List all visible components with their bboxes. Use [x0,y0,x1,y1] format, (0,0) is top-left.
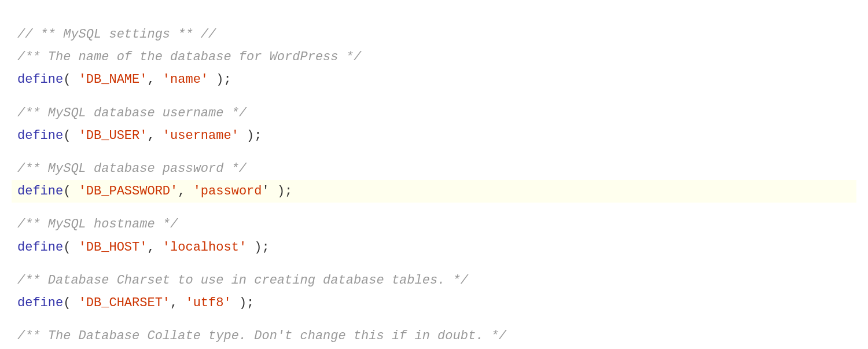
line-comment-mysql-settings: // ** MySQL settings ** // [12,23,856,46]
line-define-db-user: define( 'DB_USER', 'username' ); [12,124,856,147]
line-comment-db-collate: /** The Database Collate type. Don't cha… [12,325,856,347]
gap-2 [12,147,856,157]
line-define-db-charset: define( 'DB_CHARSET', 'utf8' ); [12,292,856,314]
gap-4 [12,259,856,269]
line-comment-db-host: /** MySQL hostname */ [12,213,856,236]
gap-1 [12,91,856,102]
line-comment-db-password: /** MySQL database password */ [12,157,856,180]
line-comment-db-charset: /** Database Charset to use in creating … [12,269,856,292]
line-comment-db-user: /** MySQL database username */ [12,102,856,124]
line-define-db-host: define( 'DB_HOST', 'localhost' ); [12,236,856,259]
line-comment-db-name: /** The name of the database for WordPre… [12,46,856,68]
line-define-db-name: define( 'DB_NAME', 'name' ); [12,68,856,91]
code-block: // ** MySQL settings ** // /** The name … [12,17,856,349]
line-define-db-password: define( 'DB_PASSWORD', 'password' ); [12,180,856,203]
gap-5 [12,314,856,325]
gap-3 [12,203,856,213]
